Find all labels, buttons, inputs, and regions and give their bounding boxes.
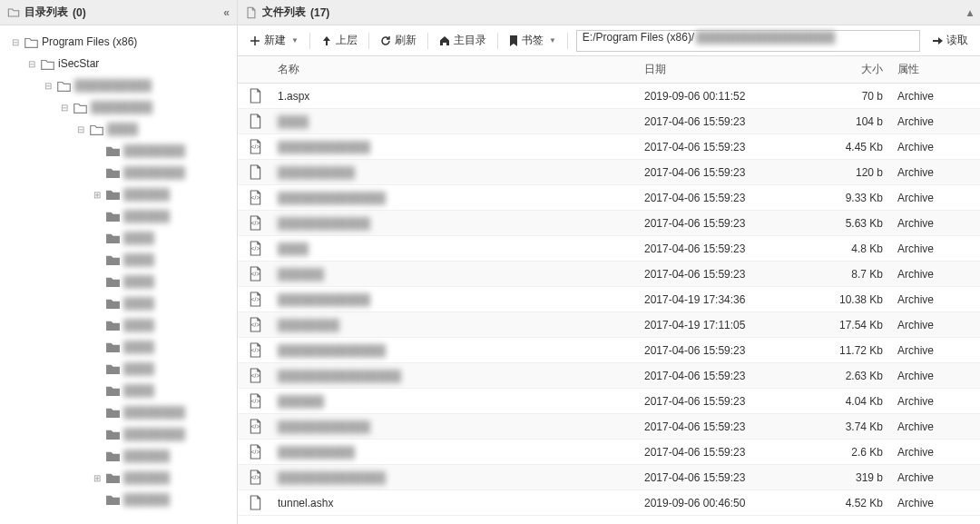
path-input[interactable]: E:/Program Files (x86)/█████████████████… bbox=[576, 30, 920, 52]
file-row[interactable]: </>████████████2017-04-06 15:59:235.63 K… bbox=[238, 211, 980, 236]
tree-item[interactable]: ⊟Program Files (x86) bbox=[5, 31, 237, 53]
collapse-icon[interactable]: ⊟ bbox=[25, 57, 38, 70]
file-row[interactable]: 1.aspx2019-09-06 00:11:5270 bArchive bbox=[238, 84, 980, 109]
tree-item[interactable]: ████ bbox=[5, 227, 237, 249]
tree-item[interactable]: ⊞██████ bbox=[5, 183, 237, 205]
col-size-header[interactable]: 大小 bbox=[799, 62, 894, 77]
folder-icon bbox=[106, 254, 120, 266]
expand-icon[interactable]: ⊞ bbox=[91, 188, 103, 201]
tree-item[interactable]: ████████ bbox=[5, 140, 237, 162]
svg-text:</>: </> bbox=[250, 220, 260, 226]
collapse-icon[interactable]: ⊟ bbox=[42, 79, 54, 92]
file-date: 2017-04-06 15:59:23 bbox=[644, 471, 799, 484]
file-size: 4.04 Kb bbox=[799, 395, 894, 408]
file-row[interactable]: ████2017-04-06 15:59:23104 bArchive bbox=[238, 109, 980, 134]
code-file-icon: </> bbox=[238, 139, 272, 154]
tree-item-label: ████████ bbox=[91, 101, 152, 114]
file-row[interactable]: </>████████2017-04-19 17:11:0517.54 KbAr… bbox=[238, 312, 980, 338]
file-icon bbox=[238, 495, 272, 510]
folder-icon bbox=[106, 341, 120, 353]
tree-item[interactable]: ⊟██████████ bbox=[5, 74, 237, 96]
tree-item[interactable]: ████████ bbox=[5, 162, 237, 183]
collapse-icon[interactable]: ⊟ bbox=[58, 101, 71, 114]
tree-item[interactable]: ⊟iSecStar bbox=[5, 53, 237, 74]
tree-item[interactable]: ⊟████████ bbox=[5, 96, 237, 118]
file-row[interactable]: tunnel.ashx2019-09-06 00:46:504.52 KbArc… bbox=[238, 490, 980, 516]
file-size: 70 b bbox=[799, 90, 894, 103]
home-button[interactable]: 主目录 bbox=[433, 29, 493, 52]
tree-item[interactable]: ████ bbox=[5, 249, 237, 271]
file-row[interactable]: </>████2017-04-06 15:59:234.8 KbArchive bbox=[238, 236, 980, 262]
file-attr: Archive bbox=[894, 344, 980, 357]
file-row[interactable]: </>██████2017-04-06 15:59:238.7 KbArchiv… bbox=[238, 262, 980, 287]
file-size: 11.72 Kb bbox=[799, 344, 894, 357]
file-row[interactable]: </>██████████████2017-04-06 15:59:23319 … bbox=[238, 465, 980, 490]
new-button[interactable]: 新建 ▼ bbox=[243, 29, 305, 52]
file-list: 1.aspx2019-09-06 00:11:5270 bArchive████… bbox=[238, 84, 980, 524]
expand-icon[interactable]: ⊞ bbox=[91, 471, 103, 484]
tree-item[interactable]: ████████ bbox=[5, 401, 237, 423]
file-date: 2017-04-06 15:59:23 bbox=[644, 166, 799, 179]
collapse-left-icon[interactable]: « bbox=[223, 6, 230, 19]
file-row[interactable]: </>████████████████2017-04-06 15:59:232.… bbox=[238, 363, 980, 389]
folder-icon bbox=[106, 211, 120, 222]
bookmark-button-label: 书签 bbox=[522, 33, 544, 48]
arrow-up-icon bbox=[321, 35, 332, 46]
file-name: ████ bbox=[272, 115, 644, 128]
chevron-down-icon: ▼ bbox=[291, 36, 299, 44]
collapse-right-icon[interactable]: ▴ bbox=[967, 6, 973, 19]
file-row[interactable]: </>██████████2017-04-06 15:59:232.6 KbAr… bbox=[238, 440, 980, 465]
folder-icon bbox=[106, 298, 120, 310]
tree-item[interactable]: ██████ bbox=[5, 445, 237, 467]
file-attr: Archive bbox=[894, 446, 980, 459]
file-row[interactable]: </>████████████2017-04-06 15:59:233.74 K… bbox=[238, 414, 980, 440]
file-date: 2017-04-06 15:59:23 bbox=[644, 344, 799, 357]
tree-item-label: Program Files (x86) bbox=[42, 35, 137, 48]
toolbar-separator bbox=[567, 33, 568, 49]
file-panel: 文件列表 (17) ▴ 新建 ▼ 上层 刷新 bbox=[238, 0, 980, 524]
file-size: 4.45 Kb bbox=[799, 141, 894, 153]
file-row[interactable]: </>████████████2017-04-19 17:34:3610.38 … bbox=[238, 287, 980, 312]
file-size: 104 b bbox=[799, 115, 894, 128]
read-button[interactable]: 读取 bbox=[926, 29, 975, 52]
file-icon bbox=[238, 164, 272, 180]
tree-item[interactable]: ██████ bbox=[5, 489, 237, 510]
collapse-icon[interactable]: ⊟ bbox=[74, 123, 87, 135]
col-attr-header[interactable]: 属性 bbox=[894, 62, 980, 77]
col-date-header[interactable]: 日期 bbox=[644, 62, 799, 77]
bookmark-button[interactable]: 书签 ▼ bbox=[503, 29, 563, 52]
file-row[interactable]: </>██████████████2017-04-06 15:59:239.33… bbox=[238, 185, 980, 211]
collapse-icon[interactable]: ⊟ bbox=[9, 35, 22, 48]
tree-item[interactable]: ⊞██████ bbox=[5, 467, 237, 489]
tree-item[interactable]: ████ bbox=[5, 271, 237, 292]
tree-item[interactable]: ████ bbox=[5, 292, 237, 314]
file-toolbar: 新建 ▼ 上层 刷新 主目录 书签 ▼ bbox=[238, 25, 980, 56]
file-name: ████████████ bbox=[272, 293, 644, 306]
toolbar-separator bbox=[309, 33, 310, 49]
tree-item[interactable]: ████ bbox=[5, 314, 237, 336]
tree-item-label: ████ bbox=[123, 341, 154, 353]
col-name-header[interactable]: 名称 bbox=[272, 62, 644, 77]
file-row[interactable]: </>████████████2017-04-06 15:59:234.45 K… bbox=[238, 134, 980, 160]
refresh-button[interactable]: 刷新 bbox=[374, 29, 423, 52]
code-file-icon: </> bbox=[238, 292, 272, 307]
tree-item-label: ██████ bbox=[123, 493, 170, 506]
tree-item[interactable]: ████ bbox=[5, 336, 237, 358]
file-row[interactable]: ██████████2017-04-06 15:59:23120 bArchiv… bbox=[238, 160, 980, 185]
bookmark-icon bbox=[509, 35, 518, 46]
tree-item-label: ████ bbox=[123, 362, 154, 375]
code-file-icon: </> bbox=[238, 470, 272, 485]
file-row[interactable]: </>██████████████2017-04-06 15:59:2311.7… bbox=[238, 338, 980, 363]
code-file-icon: </> bbox=[238, 241, 272, 256]
file-row[interactable]: </>██████2017-04-06 15:59:234.04 KbArchi… bbox=[238, 389, 980, 414]
tree-item[interactable]: ████████ bbox=[5, 423, 237, 445]
folder-icon bbox=[41, 58, 54, 70]
tree-item[interactable]: ██████ bbox=[5, 205, 237, 227]
svg-text:</>: </> bbox=[250, 423, 260, 430]
tree-item[interactable]: ⊟████ bbox=[5, 118, 237, 140]
tree-item[interactable]: ████ bbox=[5, 380, 237, 401]
tree-item[interactable]: ████ bbox=[5, 358, 237, 380]
file-attr: Archive bbox=[894, 192, 980, 204]
up-button[interactable]: 上层 bbox=[315, 29, 364, 52]
svg-text:</>: </> bbox=[250, 296, 260, 302]
